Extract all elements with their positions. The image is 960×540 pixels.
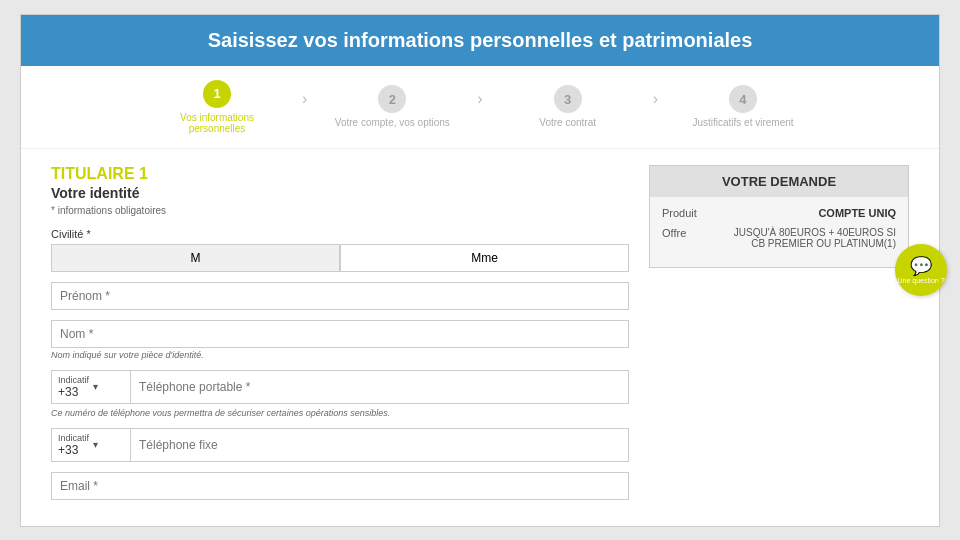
prenom-group	[51, 282, 629, 310]
identity-subtitle: Votre identité	[51, 185, 629, 201]
offre-row: Offre JUSQU'À 80EUROS + 40EUROS SI CB PR…	[662, 227, 896, 249]
telephone-portable-input[interactable]	[131, 370, 629, 404]
telephone-fixe-group: Indicatif +33 ▾	[51, 428, 629, 462]
produit-value: COMPTE UNIQ	[818, 207, 896, 219]
page-title: Saisissez vos informations personnelles …	[41, 29, 919, 52]
step-4-label: Justificatifs et virement	[692, 117, 793, 128]
step-1-label: Vos informations personnelles	[157, 112, 277, 134]
indicatif-label2: Indicatif	[58, 433, 89, 443]
telephone-fixe-row: Indicatif +33 ▾	[51, 428, 629, 462]
indicatif-value2: +33	[58, 443, 78, 457]
offre-label: Offre	[662, 227, 712, 239]
civilite-mme-button[interactable]: Mme	[340, 244, 629, 272]
required-note: * informations obligatoires	[51, 205, 629, 216]
chat-icon: 💬	[910, 255, 932, 277]
main-container: Saisissez vos informations personnelles …	[20, 14, 940, 527]
chat-button[interactable]: 💬 Une question ?	[895, 244, 947, 296]
email-input[interactable]	[51, 472, 629, 500]
telephone-portable-row: Indicatif +33 ▾	[51, 370, 629, 404]
prenom-input[interactable]	[51, 282, 629, 310]
sidebar: VOTRE DEMANDE Produit COMPTE UNIQ Offre …	[649, 165, 909, 510]
step-2-label: Votre compte, vos options	[335, 117, 450, 128]
form-section: TITULAIRE 1 Votre identité * information…	[51, 165, 629, 510]
civilite-m-button[interactable]: M	[51, 244, 340, 272]
step-3: 3 Votre contrat	[488, 85, 648, 128]
step-2: 2 Votre compte, vos options	[312, 85, 472, 128]
email-group	[51, 472, 629, 500]
indicatif-fixe-select[interactable]: Indicatif +33 ▾	[51, 428, 131, 462]
civilite-label: Civilité *	[51, 228, 629, 240]
votre-demande-title: VOTRE DEMANDE	[650, 166, 908, 197]
produit-row: Produit COMPTE UNIQ	[662, 207, 896, 219]
step-2-circle: 2	[378, 85, 406, 113]
titulaire-title: TITULAIRE 1	[51, 165, 629, 183]
indicatif-portable-select[interactable]: Indicatif +33 ▾	[51, 370, 131, 404]
civilite-row: M Mme	[51, 244, 629, 272]
offre-value: JUSQU'À 80EUROS + 40EUROS SI CB PREMIER …	[726, 227, 896, 249]
civilite-group: Civilité * M Mme	[51, 228, 629, 272]
nom-hint: Nom indiqué sur votre pièce d'identité.	[51, 350, 629, 360]
step-4-circle: 4	[729, 85, 757, 113]
telephone-fixe-input[interactable]	[131, 428, 629, 462]
step-arrow-1: ›	[302, 90, 307, 124]
indicatif-label: Indicatif	[58, 375, 89, 385]
step-4: 4 Justificatifs et virement	[663, 85, 823, 128]
votre-demande-box: VOTRE DEMANDE Produit COMPTE UNIQ Offre …	[649, 165, 909, 268]
produit-label: Produit	[662, 207, 712, 219]
step-1: 1 Vos informations personnelles	[137, 80, 297, 134]
step-3-label: Votre contrat	[539, 117, 596, 128]
main-content: TITULAIRE 1 Votre identité * information…	[21, 149, 939, 526]
step-1-circle: 1	[203, 80, 231, 108]
nom-input[interactable]	[51, 320, 629, 348]
telephone-portable-group: Indicatif +33 ▾ Ce numéro de téléphone v…	[51, 370, 629, 418]
indicatif-chevron-icon: ▾	[93, 381, 98, 392]
indicatif-fixe-chevron-icon: ▾	[93, 439, 98, 450]
step-3-circle: 3	[554, 85, 582, 113]
chat-label: Une question ?	[897, 277, 944, 285]
step-arrow-3: ›	[653, 90, 658, 124]
step-arrow-2: ›	[477, 90, 482, 124]
nom-group: Nom indiqué sur votre pièce d'identité.	[51, 320, 629, 360]
votre-demande-body: Produit COMPTE UNIQ Offre JUSQU'À 80EURO…	[650, 197, 908, 267]
page-header: Saisissez vos informations personnelles …	[21, 15, 939, 66]
telephone-hint: Ce numéro de téléphone vous permettra de…	[51, 408, 629, 418]
steps-bar: 1 Vos informations personnelles › 2 Votr…	[21, 66, 939, 149]
indicatif-value: +33	[58, 385, 78, 399]
